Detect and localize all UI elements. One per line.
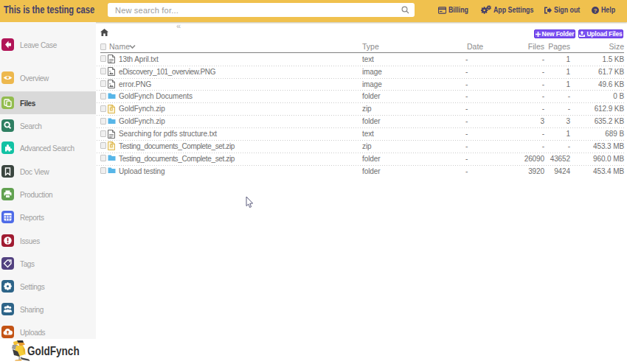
svg-text:?: ? [594, 7, 597, 14]
